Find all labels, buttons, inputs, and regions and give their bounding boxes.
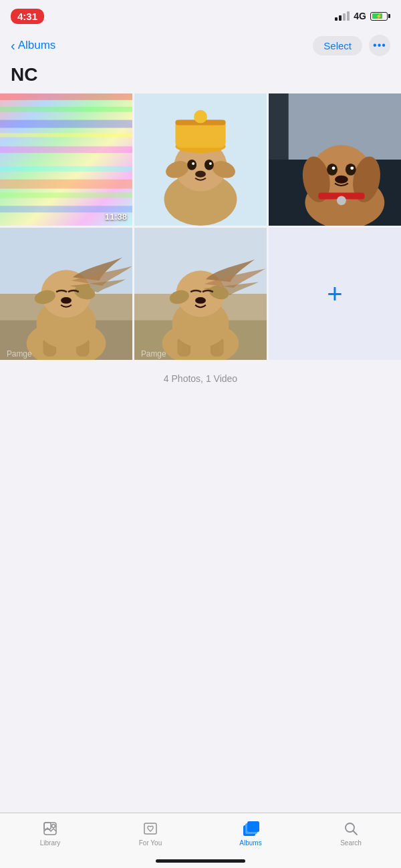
search-icon	[342, 820, 360, 837]
photo-grid: 11:38	[0, 93, 401, 360]
tab-albums-label: Albums	[239, 839, 261, 847]
tab-for-you[interactable]: For You	[100, 819, 200, 847]
signal-icon	[335, 11, 350, 21]
album-title-section: NC	[0, 61, 401, 93]
svg-point-50	[61, 297, 72, 304]
svg-text:Pamge: Pamge	[141, 349, 166, 359]
tab-library-label: Library	[40, 839, 61, 847]
svg-rect-1	[0, 93, 132, 100]
svg-text:Pamge: Pamge	[7, 349, 32, 359]
chevron-left-icon: ‹	[11, 39, 15, 52]
tab-library[interactable]: Library	[0, 819, 100, 847]
status-time: 4:31	[11, 9, 44, 24]
photo-cell-1[interactable]: 11:38	[0, 93, 132, 226]
svg-point-24	[195, 171, 206, 178]
photo-cell-4[interactable]: Pamge	[0, 228, 132, 360]
battery-icon: ⚡	[370, 12, 388, 21]
svg-point-39	[337, 196, 346, 205]
select-button[interactable]: Select	[313, 36, 362, 55]
svg-point-37	[335, 176, 348, 184]
svg-rect-0	[0, 93, 132, 226]
photo-image-1	[0, 93, 132, 226]
photo-cell-2[interactable]	[134, 93, 267, 226]
svg-point-34	[346, 164, 356, 176]
network-label: 4G	[354, 11, 366, 21]
status-bar: 4:31 4G ⚡	[0, 0, 401, 29]
for-you-icon	[142, 820, 159, 837]
svg-rect-67	[144, 823, 156, 834]
svg-rect-8	[0, 193, 132, 198]
video-duration-1: 11:38	[105, 212, 127, 222]
album-title: NC	[11, 64, 390, 85]
more-button[interactable]: •••	[369, 35, 390, 56]
tab-albums[interactable]: Albums	[200, 819, 301, 847]
svg-rect-3	[0, 120, 132, 128]
photo-cell-3[interactable]	[269, 93, 401, 226]
svg-rect-7	[0, 180, 132, 189]
photo-image-2	[134, 93, 267, 226]
svg-point-66	[52, 825, 55, 828]
photo-image-3	[269, 93, 401, 226]
status-icons: 4G ⚡	[335, 11, 388, 21]
svg-point-20	[187, 160, 196, 170]
svg-rect-2	[0, 107, 132, 112]
photos-count: 4 Photos, 1 Video	[0, 360, 401, 392]
nav-actions: Select •••	[313, 35, 390, 56]
tab-for-you-label: For You	[139, 839, 162, 847]
svg-rect-70	[247, 821, 259, 832]
svg-point-62	[195, 297, 206, 304]
svg-rect-5	[0, 146, 132, 153]
albums-icon	[242, 820, 259, 837]
svg-point-36	[350, 166, 354, 170]
plus-icon: +	[327, 280, 342, 307]
library-icon	[41, 820, 59, 837]
home-indicator	[156, 859, 245, 863]
svg-point-22	[192, 162, 194, 165]
svg-point-19	[194, 110, 207, 124]
photo-image-4: Pamge	[0, 228, 132, 360]
tab-search[interactable]: Search	[301, 819, 401, 847]
svg-rect-6	[0, 166, 132, 172]
svg-point-21	[205, 160, 214, 170]
svg-line-72	[354, 831, 358, 835]
photo-cell-5[interactable]: Pamge	[134, 228, 267, 360]
svg-rect-4	[0, 133, 132, 137]
back-button[interactable]: ‹ Albums	[11, 39, 55, 52]
nav-bar: ‹ Albums Select •••	[0, 29, 401, 61]
svg-point-35	[332, 166, 336, 170]
back-label: Albums	[18, 39, 56, 52]
photo-image-5: Pamge	[134, 228, 267, 360]
svg-point-33	[327, 164, 338, 176]
tab-search-label: Search	[340, 839, 362, 847]
add-photo-button[interactable]: +	[269, 228, 401, 360]
svg-point-23	[209, 162, 212, 165]
